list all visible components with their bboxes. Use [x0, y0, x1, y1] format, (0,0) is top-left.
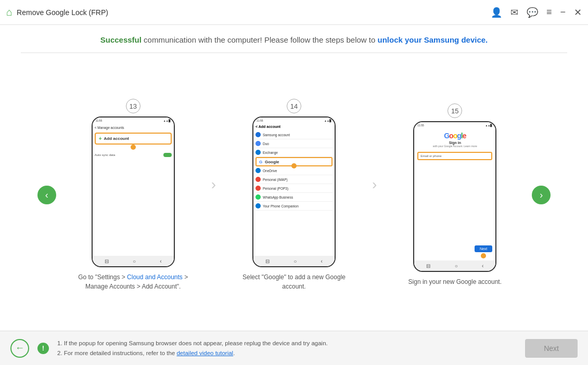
prev-arrow-button[interactable]: ‹ [37, 186, 56, 204]
phone-mockup-15: 11:55 ▲▲▉ Google Sign in with your Googl… [413, 121, 496, 272]
samsung-icon [255, 132, 261, 137]
status-icons-15: ▲▲▉ [485, 124, 492, 127]
exchange-icon [255, 150, 261, 155]
back-btn-13: ‹ [160, 258, 161, 264]
add-account-label: Add account [104, 136, 129, 141]
mail-icon[interactable]: ✉ [510, 7, 518, 18]
bottom-bar: ← ! 1. If the popup for opening Samsung … [0, 331, 588, 365]
main-content: Successful communication with the comput… [0, 25, 588, 331]
exchange-label: Exchange [263, 151, 278, 154]
home-btn-13: ⊟ [105, 258, 109, 264]
back-btn-15: ‹ [482, 263, 483, 269]
screen14-header: < Add account [255, 125, 333, 128]
back-button[interactable]: ← [10, 339, 29, 358]
subtitle-highlight: unlock your Samsung device. [378, 35, 488, 44]
pop3-label: Personal (POP3) [263, 187, 288, 190]
status-time-13: 11:55 [96, 119, 103, 122]
signin-sub: with your Google Account. Learn more [433, 145, 477, 148]
info-text: 1. If the popup for opening Samsung brow… [57, 338, 517, 358]
steps-container: ‹ 13 11:55 ▲▲▉ < Manage accounts [21, 59, 567, 331]
next-btn-phone-15[interactable]: Next [475, 245, 492, 252]
imap-label: Personal (IMAP) [263, 178, 288, 181]
step-15-number: 15 [448, 103, 462, 118]
screen13-back: < Manage accounts [95, 126, 124, 129]
phone-screen-14: 11:55 ▲▲▉ < Add account Samsung account [253, 118, 335, 266]
divider [21, 53, 567, 53]
onedrive-icon [255, 168, 261, 173]
email-input-box: Email or phone [417, 152, 492, 160]
home-icon[interactable]: ⌂ [6, 6, 12, 18]
title-bar: ⌂ Remove Google Lock (FRP) 👤 ✉ 💬 ≡ − ✕ [0, 0, 588, 25]
screen14-content: < Add account Samsung account Duo [253, 124, 335, 212]
cursor-dot-15 [481, 253, 486, 258]
note-1: 1. If the popup for opening Samsung brow… [57, 340, 328, 346]
back-btn-14: ‹ [321, 258, 323, 264]
minimize-icon[interactable]: − [560, 7, 566, 18]
step-13-description: Go to "Settings > Cloud and Accounts > M… [76, 272, 190, 291]
phone-status-bar-15: 11:55 ▲▲▉ [414, 122, 495, 128]
cursor-dot-14 [291, 163, 297, 168]
add-account-box: + Add account [95, 133, 172, 145]
phone-status-bar-13: 11:55 ▲▲▉ [93, 118, 174, 124]
add-account-container: + Add account [95, 133, 172, 148]
phone-screen-13: 11:55 ▲▲▉ < Manage accounts + Add accoun… [93, 118, 174, 266]
subtitle: Successful communication with the comput… [21, 35, 567, 44]
info-icon: ! [37, 343, 49, 354]
arrow-13-14: › [211, 176, 216, 214]
screen14-back: < Add account [255, 125, 280, 128]
account-item-companion: Your Phone Companion [255, 202, 333, 211]
google-g-icon: G [258, 159, 263, 164]
cursor-dot-13 [131, 145, 136, 150]
signin-heading: Sign in [449, 141, 461, 145]
onedrive-label: OneDrive [263, 169, 277, 173]
menu-icon[interactable]: ≡ [546, 7, 552, 18]
comment-icon[interactable]: 💬 [527, 7, 538, 18]
phone-mockup-14: 11:55 ▲▲▉ < Add account Samsung account [252, 116, 336, 267]
toggle-switch [163, 153, 172, 157]
account-item-imap: Personal (IMAP) [255, 175, 333, 184]
google-logo: Google [444, 132, 466, 140]
companion-icon [255, 203, 261, 208]
phone-bottom-bar-13: ⊟ ○ ‹ [93, 256, 174, 266]
next-arrow-button[interactable]: › [532, 186, 551, 204]
whatsapp-icon [255, 194, 261, 200]
account-item-pop3: Personal (POP3) [255, 184, 333, 193]
home-btn-14: ⊟ [265, 258, 270, 264]
account-item-exchange: Exchange [255, 148, 333, 157]
next-btn-container-15: Next [475, 245, 492, 258]
phone-screen-15: 11:55 ▲▲▉ Google Sign in with your Googl… [414, 122, 495, 271]
step-15: 15 11:55 ▲▲▉ Google Sign in with your Go… [382, 103, 528, 286]
status-time-15: 11:55 [417, 124, 424, 127]
screen13-header: < Manage accounts [95, 125, 172, 131]
pop3-icon [255, 186, 261, 191]
note-2: 2. For more detailed instructions, refer… [57, 350, 176, 356]
account-item-whatsapp: WhatsApp Business [255, 193, 333, 202]
app-title: Remove Google Lock (FRP) [17, 8, 487, 17]
close-icon[interactable]: ✕ [574, 7, 582, 18]
circle-btn-14: ○ [293, 258, 297, 264]
google-label: Google [265, 160, 279, 164]
arrow-14-15: › [372, 176, 377, 214]
tutorial-link[interactable]: detailed video tutorial [176, 350, 233, 356]
duo-icon [255, 141, 261, 146]
duo-label: Duo [263, 142, 269, 146]
whatsapp-label: WhatsApp Business [263, 195, 293, 199]
phone-bottom-bar-15: ⊟ ○ ‹ [414, 260, 495, 271]
phone-mockup-13: 11:55 ▲▲▉ < Manage accounts + Add accoun… [92, 116, 175, 267]
screen15-content: Google Sign in with your Google Account.… [414, 128, 495, 179]
step-15-description: Sign in your new Google account. [408, 277, 502, 286]
subtitle-text1: Successful communication with the comput… [100, 35, 378, 44]
next-main-button[interactable]: Next [525, 339, 578, 358]
step-13-link: Cloud and Accounts [127, 273, 183, 281]
user-icon[interactable]: 👤 [491, 7, 502, 18]
title-bar-actions: 👤 ✉ 💬 ≡ − ✕ [491, 7, 582, 18]
step-13: 13 11:55 ▲▲▉ < Manage accounts + [60, 99, 206, 291]
step-13-number: 13 [126, 99, 140, 113]
email-placeholder: Email or phone [420, 154, 441, 158]
phone-bottom-bar-14: ⊟ ○ ‹ [253, 256, 335, 266]
circle-btn-13: ○ [133, 258, 136, 264]
screen13-content: < Manage accounts + Add account Auto syn… [93, 124, 174, 159]
status-icons-13: ▲▲▉ [163, 119, 171, 122]
add-account-plus-icon: + [99, 136, 102, 141]
step-14-number: 14 [287, 99, 301, 113]
